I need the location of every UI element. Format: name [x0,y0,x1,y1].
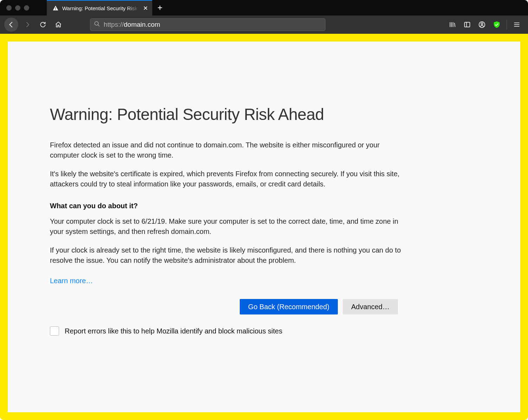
mac-traffic-lights [0,5,29,11]
window-minimize-button[interactable] [15,5,20,11]
warning-paragraph-2: It's likely the website's certificate is… [50,169,401,189]
learn-more-link[interactable]: Learn more… [50,277,93,285]
report-errors-checkbox[interactable] [50,326,59,336]
navigation-toolbar: https://domain.com [0,15,528,34]
window-close-button[interactable] [6,5,12,11]
forward-button[interactable] [21,18,34,31]
svg-rect-1 [465,22,470,27]
svg-point-3 [481,23,483,25]
section-heading: What can you do about it? [50,202,478,210]
app-menu-button[interactable] [510,18,524,32]
go-back-button[interactable]: Go Back (Recommended) [240,299,338,314]
home-button[interactable] [52,18,65,31]
url-scheme: https:// [104,21,124,28]
back-button[interactable] [4,18,18,32]
report-errors-row: Report errors like this to help Mozilla … [50,326,478,336]
security-warning-page: Warning: Potential Security Risk Ahead F… [8,42,520,412]
content-viewport: Warning: Potential Security Risk Ahead F… [0,34,528,420]
account-button[interactable] [475,18,489,32]
window-zoom-button[interactable] [24,5,29,11]
tab-close-button[interactable] [142,5,149,11]
url-bar[interactable]: https://domain.com [90,18,326,31]
window-titlebar: Warning: Potential Security Risk Ahead [0,0,528,15]
library-button[interactable] [445,18,459,32]
url-host: domain.com [124,21,160,28]
advice-paragraph-2: If your clock is already set to the righ… [50,245,401,266]
protection-shield-icon[interactable] [490,18,504,32]
reload-button[interactable] [37,18,49,31]
advice-paragraph-1: Your computer clock is set to 6/21/19. M… [50,216,401,237]
tab-title: Warning: Potential Security Risk Ahead [62,5,139,11]
warning-icon [52,5,59,11]
warning-paragraph-1: Firefox detected an issue and did not co… [50,140,401,160]
svg-point-0 [95,21,98,25]
search-icon [94,21,100,28]
report-errors-label: Report errors like this to help Mozilla … [65,327,282,335]
new-tab-button[interactable] [152,0,168,15]
sidebar-button[interactable] [460,18,474,32]
toolbar-divider [507,20,507,30]
browser-tab-active[interactable]: Warning: Potential Security Risk Ahead [47,0,152,15]
advanced-button[interactable]: Advanced… [343,299,398,314]
page-heading: Warning: Potential Security Risk Ahead [50,105,478,124]
tab-strip: Warning: Potential Security Risk Ahead [47,0,168,15]
url-text: https://domain.com [104,21,160,28]
toolbar-right-group [445,18,524,32]
action-button-row: Go Back (Recommended) Advanced… [50,299,398,314]
